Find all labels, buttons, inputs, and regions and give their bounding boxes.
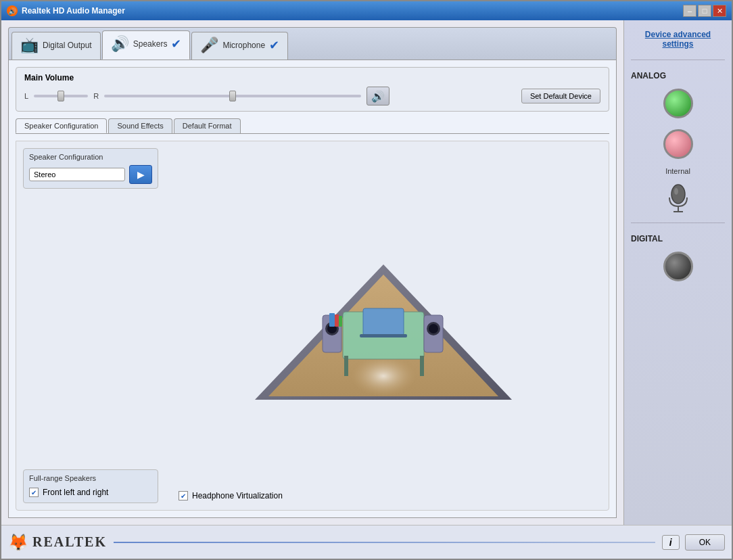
play-icon: ▶ [137, 169, 145, 180]
speaker-config-panel: Speaker Configuration Stereo Quadraphoni… [16, 141, 609, 511]
close-button[interactable]: ✕ [713, 5, 726, 17]
mic-icon-area [661, 181, 695, 214]
volume-controls: L R 🔊 Set Default Dev [24, 87, 600, 106]
divider-2 [631, 223, 725, 223]
volume-label: Main Volume [24, 73, 600, 83]
app-icon: 🔊 [7, 5, 18, 16]
main-window: 🔊 Realtek HD Audio Manager – □ ✕ 📺 Digit… [0, 0, 733, 560]
speaker-config-group: Speaker Configuration Stereo Quadraphoni… [23, 148, 158, 189]
headphone-virtualization-row: ✔ Headphone Virtualization [179, 488, 283, 503]
window-title: Realtek HD Audio Manager [22, 6, 125, 16]
realtek-logo: 🦊 REALTEK [8, 533, 107, 552]
speaker-icon: 🔊 [371, 90, 385, 103]
microphone-icon: 🎤 [200, 37, 218, 54]
room-visualization [165, 148, 602, 488]
set-default-button[interactable]: Set Default Device [521, 89, 600, 103]
digital-jack[interactable] [663, 252, 693, 281]
volume-slider[interactable] [104, 95, 361, 97]
sub-tabs: Speaker Configuration Sound Effects Defa… [16, 118, 609, 134]
subtab-default-format[interactable]: Default Format [174, 118, 241, 133]
config-right: ✔ Headphone Virtualization [165, 148, 602, 503]
device-tabs: 📺 Digital Output 🔊 Speakers ✔ 🎤 Micropho… [8, 27, 617, 60]
main-content: 📺 Digital Output 🔊 Speakers ✔ 🎤 Micropho… [1, 20, 732, 525]
volume-thumb[interactable] [229, 91, 236, 101]
volume-section: Main Volume L R 🔊 [16, 67, 609, 112]
tab-speakers-label: Speakers [133, 39, 168, 49]
info-button[interactable]: i [662, 535, 680, 550]
analog-label: ANALOG [631, 71, 725, 80]
room-svg [235, 210, 532, 427]
bottom-bar: 🦊 REALTEK i OK [1, 525, 732, 559]
svg-rect-4 [344, 356, 348, 376]
title-bar: 🔊 Realtek HD Audio Manager – □ ✕ [1, 1, 732, 20]
svg-rect-7 [360, 334, 407, 337]
tab-microphone-label: Microphone [222, 41, 265, 50]
left-panel: 📺 Digital Output 🔊 Speakers ✔ 🎤 Micropho… [1, 20, 623, 525]
svg-rect-16 [339, 316, 342, 327]
mute-button[interactable]: 🔊 [366, 87, 389, 106]
speaker-config-group-label: Speaker Configuration [29, 153, 152, 161]
title-bar-left: 🔊 Realtek HD Audio Manager [7, 5, 125, 16]
divider-1 [631, 60, 725, 60]
ok-button[interactable]: OK [685, 534, 725, 551]
title-buttons: – □ ✕ [683, 5, 726, 17]
tab-microphone[interactable]: 🎤 Microphone ✔ [191, 32, 288, 60]
mic-check-icon: ✔ [269, 38, 279, 53]
bottom-divider-line [114, 542, 655, 543]
right-label: R [93, 92, 99, 100]
svg-rect-5 [420, 356, 424, 376]
tab-digital-output-label: Digital Output [43, 41, 92, 50]
internal-label: Internal [631, 167, 725, 175]
svg-rect-15 [335, 314, 339, 327]
device-advanced-link[interactable]: Device advanced settings [631, 27, 725, 51]
svg-point-18 [674, 188, 678, 195]
spacer [23, 195, 158, 463]
full-range-group: Full-range Speakers ✔ Front left and rig… [23, 469, 158, 503]
svg-rect-14 [329, 313, 335, 327]
digital-label: DIGITAL [631, 234, 725, 243]
subtab-sound-effects[interactable]: Sound Effects [108, 118, 172, 133]
subtab-speaker-configuration[interactable]: Speaker Configuration [16, 118, 107, 133]
balance-slider[interactable] [34, 95, 88, 97]
speaker-config-dropdown[interactable]: Stereo Quadraphonic 5.1 Speaker 7.1 Spea… [29, 168, 125, 181]
realtek-icon: 🦊 [8, 533, 28, 552]
front-left-right-row: ✔ Front left and right [29, 486, 152, 498]
dropdown-container: Stereo Quadraphonic 5.1 Speaker 7.1 Spea… [29, 165, 152, 184]
svg-rect-6 [363, 308, 404, 335]
pink-jack[interactable] [663, 129, 693, 159]
bottom-right: i OK [662, 534, 725, 551]
maximize-button[interactable]: □ [698, 5, 711, 17]
headphone-virt-label: Headphone Virtualization [192, 491, 283, 500]
right-panel: Device advanced settings ANALOG Internal [623, 20, 732, 525]
config-left: Speaker Configuration Stereo Quadraphoni… [23, 148, 158, 503]
digital-output-icon: 📺 [20, 37, 39, 54]
speakers-check-icon: ✔ [171, 37, 181, 51]
green-jack[interactable] [663, 89, 693, 118]
balance-thumb[interactable] [57, 91, 64, 101]
minimize-button[interactable]: – [683, 5, 696, 17]
balance-slider-container [34, 95, 88, 97]
microphone-side-icon [661, 181, 695, 214]
content-area: Main Volume L R 🔊 [8, 60, 617, 518]
headphone-virt-checkbox[interactable]: ✔ [179, 491, 188, 500]
realtek-text: REALTEK [32, 534, 107, 550]
tab-speakers[interactable]: 🔊 Speakers ✔ [102, 30, 191, 60]
svg-point-13 [429, 324, 438, 333]
svg-point-17 [671, 185, 685, 204]
full-range-label: Full-range Speakers [29, 474, 152, 482]
front-left-right-label: Front left and right [43, 488, 108, 497]
left-label: L [24, 92, 28, 100]
tab-digital-output[interactable]: 📺 Digital Output [11, 32, 101, 60]
front-left-right-checkbox[interactable]: ✔ [29, 488, 39, 497]
speakers-icon: 🔊 [111, 35, 129, 53]
play-button[interactable]: ▶ [129, 165, 152, 184]
